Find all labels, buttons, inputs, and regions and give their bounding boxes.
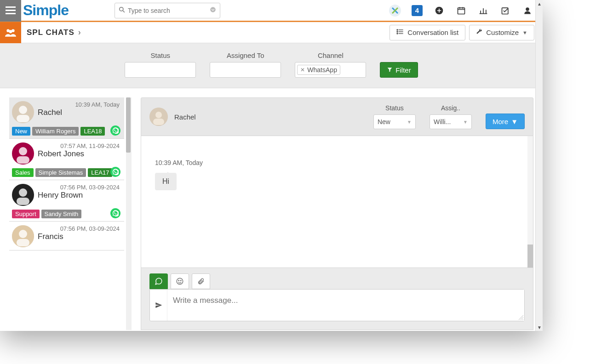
tag: LEA17 [88,168,112,177]
message-bubble: Hi [155,173,177,190]
attachment-tab[interactable] [192,273,210,289]
svg-point-27 [19,106,27,114]
search-icon [119,6,125,15]
send-button[interactable] [150,290,167,321]
message-input[interactable] [167,290,524,321]
conversation-time: 07:56 PM, 03-09-2024 [38,184,120,191]
status-field: Status New ▼ [373,104,416,129]
window-scrollbar[interactable]: ▲ ▼ [535,0,543,331]
numeric-badge-icon[interactable]: 4 [411,5,423,17]
menu-icon[interactable] [0,0,21,22]
contact-avatar [149,108,168,126]
sub-header-buttons: Conversation list Customize ▼ [390,25,534,40]
svg-point-25 [397,33,398,34]
top-icon-bar: 4 [389,5,543,17]
svg-line-46 [522,319,523,320]
svg-point-33 [19,188,27,197]
svg-point-3 [120,7,123,11]
composer-tabs [149,273,525,289]
conversation-item[interactable]: 07:57 AM, 11-09-2024Robert JonesSalesSim… [9,139,124,180]
chart-icon[interactable] [477,5,489,17]
conversation-time: 07:57 AM, 11-09-2024 [38,142,120,149]
svg-point-30 [19,147,27,155]
breadcrumb[interactable]: SPL CHATS › [27,28,81,37]
channel-input[interactable]: ✕ WhatsApp [295,62,366,78]
chat-scrollbar[interactable] [527,136,533,267]
chevron-down-icon[interactable] [210,6,216,15]
global-search[interactable] [115,3,220,18]
scroll-down-icon[interactable]: ▼ [536,324,543,331]
page-title: SPL CHATS [27,28,74,37]
field-label: Status [385,104,404,112]
composer [141,268,533,330]
calendar-icon[interactable] [455,5,467,17]
avatar [12,225,34,247]
conversation-item[interactable]: 10:39 AM, TodayRachelNewWilliam RogersLE… [9,97,124,139]
plus-circle-icon[interactable] [433,5,445,17]
svg-line-4 [123,10,125,12]
svg-rect-2 [6,13,16,14]
resize-handle-icon[interactable] [518,314,523,320]
tag-row: SalesSimple SistemasLEA17 [12,168,120,177]
svg-point-36 [19,230,27,238]
button-label: Filter [395,66,411,74]
tag-row: SupportSandy Smith [12,210,120,218]
svg-point-24 [397,31,398,32]
svg-point-23 [397,29,398,30]
caret-down-icon: ▼ [407,119,412,125]
avatar [12,184,34,206]
svg-point-41 [177,278,183,284]
svg-rect-0 [6,6,16,8]
scroll-up-icon[interactable]: ▲ [536,0,543,7]
conversation-time: 07:56 PM, 03-09-2024 [38,225,120,232]
filter-button[interactable]: Filter [380,62,418,78]
conversation-item[interactable]: 07:56 PM, 03-09-2024Francis [9,222,124,250]
emoji-tab[interactable] [171,273,189,289]
user-icon[interactable] [521,5,533,17]
more-button[interactable]: More ▼ [486,114,525,129]
logo-text: Simple [23,2,69,19]
chip-label: WhatsApp [307,66,337,74]
filter-label: Status [151,51,171,59]
status-select[interactable]: New ▼ [373,114,416,129]
module-icon[interactable] [0,22,21,43]
sub-header: SPL CHATS › Conversation list Customize … [0,22,543,43]
search-input[interactable] [128,7,210,14]
app-window: Simple 4 [0,0,543,331]
chat-header-fields: Status New ▼ Assig.. Willi... ▼ [373,104,525,129]
whatsapp-icon [110,125,120,136]
chip-remove-icon[interactable]: ✕ [300,67,305,73]
message-timestamp: 10:39 AM, Today [155,159,519,166]
conversation-name: Rachel [38,108,120,117]
status-input[interactable] [125,62,196,78]
filter-status: Status [125,51,196,78]
customize-button[interactable]: Customize ▼ [469,25,534,40]
conversation-name: Henry Brown [38,191,120,200]
select-value: Willi... [434,118,451,125]
svg-rect-34 [17,198,29,205]
caret-down-icon: ▼ [463,119,468,125]
filter-assigned: Assigned To [210,51,281,78]
select-value: New [378,118,390,125]
filter-label: Assigned To [227,51,264,59]
conversation-item[interactable]: 07:56 PM, 03-09-2024Henry BrownSupportSa… [9,180,124,222]
list-icon [396,28,404,36]
tag: William Rogers [32,127,79,136]
filter-channel: Channel ✕ WhatsApp [295,51,366,78]
button-label: Customize [486,28,519,36]
assigned-input[interactable] [210,62,281,78]
tag: LEA18 [80,127,105,136]
caret-down-icon: ▼ [511,118,518,125]
message-tab[interactable] [149,273,168,289]
assigned-select[interactable]: Willi... ▼ [430,114,472,129]
tag: Simple Sistemas [35,168,86,177]
main-area: 10:39 AM, TodayRachelNewWilliam RogersLE… [0,88,543,330]
list-scrollbar[interactable] [126,97,132,330]
filter-label: Channel [318,51,344,59]
svg-point-42 [178,280,179,281]
svg-point-16 [526,7,529,11]
conversation-list-button[interactable]: Conversation list [390,25,465,40]
avatar [12,142,34,165]
checkbox-icon[interactable] [499,5,511,17]
integration-icon[interactable] [389,5,401,17]
